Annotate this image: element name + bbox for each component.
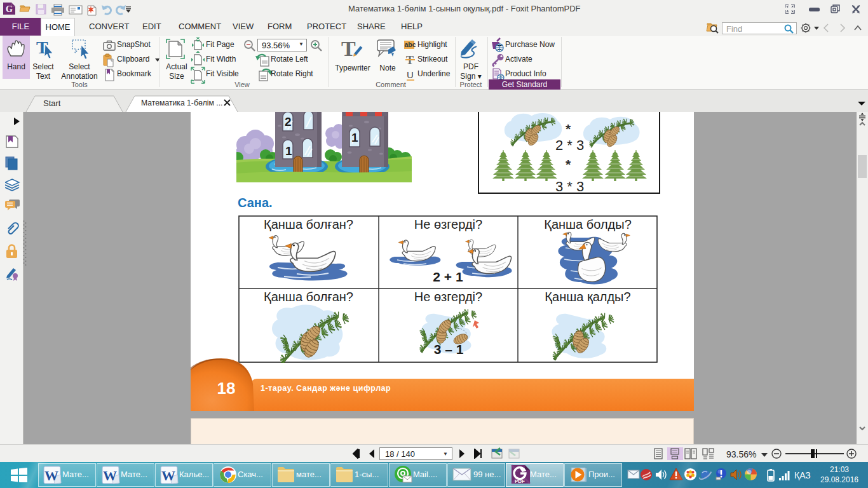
svg-text:U: U (407, 69, 414, 80)
svg-text:1: 1 (351, 131, 358, 144)
svg-text:2: 2 (285, 115, 292, 128)
svg-text:3 * 3: 3 * 3 (555, 179, 584, 193)
svg-text:PDF: PDF (515, 478, 525, 484)
svg-text:*: * (566, 157, 571, 172)
svg-text:G: G (6, 4, 13, 14)
svg-text:2 + 1: 2 + 1 (433, 269, 463, 284)
svg-text:T: T (341, 37, 356, 60)
svg-text:1: 1 (285, 144, 292, 158)
svg-text:2 * 3: 2 * 3 (555, 137, 584, 153)
svg-text:W: W (44, 468, 58, 484)
svg-text:3 – 1: 3 – 1 (434, 342, 464, 356)
svg-text:abc: abc (405, 41, 416, 48)
svg-text:*: * (566, 121, 571, 136)
